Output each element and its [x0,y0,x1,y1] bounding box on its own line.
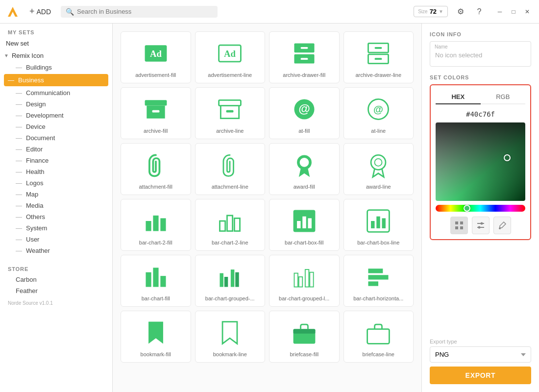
icon-label: bar-chart-grouped-l... [279,295,329,301]
dash-icon: — [16,168,22,175]
sidebar-subitem-device[interactable]: — Device [0,121,112,132]
icon-visual [290,206,319,236]
icon-cell-bar-chart-grouped-line[interactable]: bar-chart-grouped-l... [269,255,340,307]
grid-tool-button[interactable] [450,217,468,234]
icon-label: advertisement-line [208,72,252,78]
icon-cell-bar-chart-box-fill[interactable]: bar-chart-box-fill [269,199,340,251]
sidebar-subitem-logos[interactable]: — Logos [0,177,112,189]
window-controls: ─ □ ✕ [494,6,533,18]
color-cursor [504,154,511,161]
icon-cell-bar-chart-horizontal[interactable]: bar-chart-horizonta... [343,255,414,307]
dash-icon: — [16,89,22,97]
sidebar-item-label: Logos [26,179,43,187]
svg-point-24 [375,159,382,166]
sidebar-item-remix-icon[interactable]: ▼ Remix Icon [0,49,112,62]
sidebar-item-new-set[interactable]: New set [0,37,112,49]
maximize-button[interactable]: □ [508,6,519,18]
icon-label: award-line [366,184,391,190]
export-type-select[interactable]: PNG SVG ICO [430,346,531,363]
svg-rect-47 [299,277,302,287]
svg-rect-54 [293,329,315,334]
icon-cell-attachment-line[interactable]: attachment-line [195,143,266,195]
svg-rect-59 [460,226,463,229]
svg-rect-49 [310,272,313,287]
sidebar-subitem-finance[interactable]: — Finance [0,155,112,166]
icon-cell-archive-fill[interactable]: archive-fill [121,87,191,139]
app-logo [6,5,20,19]
icon-label: bar-chart-2-fill [139,240,172,245]
svg-point-61 [480,222,483,225]
sidebar-item-feather[interactable]: Feather [0,285,112,296]
sliders-tool-button[interactable] [472,217,490,234]
sidebar-subitem-health[interactable]: — Health [0,166,112,177]
size-control[interactable]: Size 72 ▼ [414,6,448,17]
icon-cell-bar-chart-grouped-fill[interactable]: bar-chart-grouped-... [195,255,266,307]
svg-rect-40 [153,268,158,287]
sidebar-subitem-map[interactable]: — Map [0,189,112,200]
hue-slider[interactable] [436,205,525,212]
icon-label: bar-chart-horizonta... [353,295,403,301]
sidebar-subitem-communication[interactable]: — Communication [0,87,112,98]
search-bar: 🔍 [61,6,218,18]
icon-cell-archive-line[interactable]: archive-line [195,87,266,139]
icon-visual [141,95,171,124]
minimize-button[interactable]: ─ [494,6,506,18]
icon-cell-bookmark-line[interactable]: bookmark-line [195,311,266,363]
sidebar-subitem-user[interactable]: — User [0,234,112,245]
icon-cell-award-fill[interactable]: award-fill [269,143,340,195]
sidebar-subitem-system[interactable]: — System [0,222,112,234]
svg-rect-56 [455,221,458,224]
icon-cell-award-line[interactable]: award-line [343,143,414,195]
sidebar-subitem-weather[interactable]: — Weather [0,245,112,256]
add-button[interactable]: + ADD [25,4,55,19]
sidebar-subitem-business[interactable]: — Business [4,74,108,86]
sidebar-subitem-buildings[interactable]: — Buildings [0,62,112,73]
dash-icon: — [16,146,22,153]
svg-rect-15 [219,100,241,105]
icon-cell-bar-chart-box-line[interactable]: bar-chart-box-line [343,199,414,251]
icon-cell-archive-drawer-fill[interactable]: archive-drawer-fill [269,31,340,83]
color-gradient-picker[interactable] [436,122,525,201]
icon-visual [364,262,393,292]
icon-cell-at-line[interactable]: @ at-line [343,87,414,139]
icon-cell-bar-chart-2-fill[interactable]: bar-chart-2-fill [121,199,191,251]
sidebar-item-label: Health [26,168,45,175]
icon-visual [141,318,171,347]
icon-label: attachment-line [212,184,248,190]
export-button[interactable]: EXPORT [430,367,531,384]
tab-rgb[interactable]: RGB [481,90,526,104]
icon-cell-briefcase-fill[interactable]: briefcase-fill [269,311,340,363]
help-icon[interactable]: ? [472,5,486,19]
dash-icon: — [16,123,22,130]
icon-cell-advertisement-line[interactable]: Ad advertisement-line [195,31,266,83]
icon-cell-bar-chart-2-line[interactable]: bar-chart-2-line [195,199,266,251]
tab-hex[interactable]: HEX [436,90,481,104]
sidebar-subitem-editor[interactable]: — Editor [0,144,112,155]
sidebar-subitem-document[interactable]: — Document [0,132,112,144]
sidebar-subitem-development[interactable]: — Development [0,110,112,121]
settings-icon[interactable]: ⚙ [454,5,467,19]
color-tabs: HEX RGB [436,90,525,104]
hex-input[interactable] [436,108,525,122]
sidebar-item-label: User [26,236,39,243]
size-value: 72 [430,8,437,15]
dash-icon: — [16,112,22,119]
new-set-label: New set [6,40,29,47]
dropper-tool-button[interactable] [493,217,511,234]
icon-cell-advertisement-fill[interactable]: Ad advertisement-fill [121,31,191,83]
icon-visual [215,318,245,347]
icon-cell-bookmark-fill[interactable]: bookmark-fill [121,311,191,363]
icon-cell-bar-chart-fill[interactable]: bar-chart-fill [121,255,191,307]
icon-cell-at-fill[interactable]: @ at-fill [269,87,340,139]
svg-rect-37 [377,217,380,228]
icon-cell-archive-drawer-line[interactable]: archive-drawer-line [343,31,414,83]
icon-cell-attachment-fill[interactable]: attachment-fill [121,143,191,195]
sidebar-item-label: Development [26,112,64,119]
sidebar-subitem-others[interactable]: — Others [0,211,112,222]
icon-cell-briefcase-line[interactable]: briefcase-line [343,311,414,363]
search-input[interactable] [77,8,213,15]
sidebar-subitem-design[interactable]: — Design [0,98,112,110]
close-button[interactable]: ✕ [521,6,533,18]
sidebar-subitem-media[interactable]: — Media [0,200,112,211]
sidebar-item-carbon[interactable]: Carbon [0,274,112,285]
